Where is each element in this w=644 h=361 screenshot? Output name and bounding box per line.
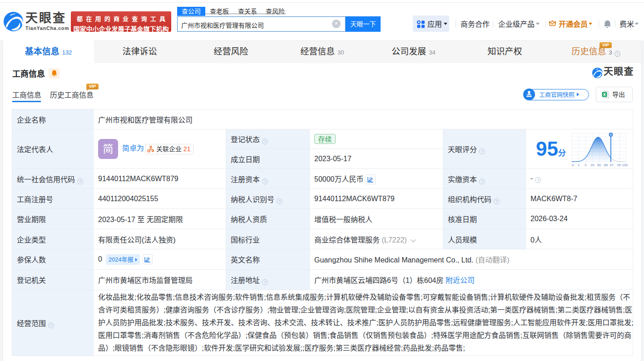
svg-text:3: 3 bbox=[585, 163, 586, 167]
svg-text:1: 1 bbox=[578, 163, 580, 167]
svg-text:0: 0 bbox=[572, 163, 574, 167]
svg-text:100: 100 bbox=[622, 163, 628, 167]
svg-text:99: 99 bbox=[617, 163, 621, 167]
svg-text:50: 50 bbox=[597, 163, 601, 167]
svg-text:15: 15 bbox=[590, 163, 594, 167]
svg-text:85: 85 bbox=[604, 163, 608, 167]
svg-text:97: 97 bbox=[610, 163, 614, 167]
